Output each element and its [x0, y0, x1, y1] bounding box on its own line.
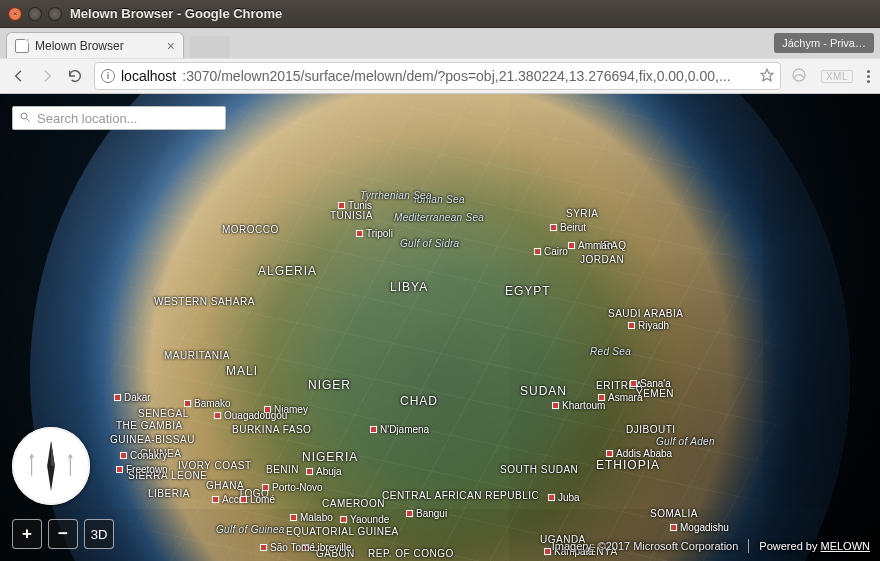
separator — [748, 539, 749, 553]
toolbar-right: XML — [791, 67, 870, 86]
window-buttons: × — [8, 7, 62, 21]
zoom-in-button[interactable]: + — [12, 519, 42, 549]
zoom-controls: + − 3D — [12, 519, 114, 549]
new-tab-button[interactable] — [190, 36, 230, 58]
tab-close-icon[interactable]: × — [167, 38, 175, 54]
window-minimize-button[interactable] — [28, 7, 42, 21]
search-box[interactable] — [12, 106, 226, 130]
reload-button[interactable] — [66, 67, 84, 85]
search-input[interactable] — [37, 111, 219, 126]
xml-badge-icon[interactable]: XML — [821, 70, 853, 83]
mode-3d-button[interactable]: 3D — [84, 519, 114, 549]
window-titlebar: × Melown Browser - Google Chrome — [0, 0, 880, 28]
compass-icon — [22, 437, 80, 495]
file-icon — [15, 39, 29, 53]
window-title: Melown Browser - Google Chrome — [70, 6, 282, 21]
tab-title: Melown Browser — [35, 39, 124, 53]
country-borders — [30, 94, 850, 561]
svg-line-3 — [27, 119, 30, 122]
melown-link[interactable]: MELOWN — [821, 540, 871, 552]
search-icon — [19, 109, 31, 127]
svg-marker-5 — [51, 441, 55, 466]
bookmark-star-icon[interactable] — [760, 68, 774, 85]
powered-by: Powered by MELOWN — [759, 540, 870, 552]
forward-button[interactable] — [38, 67, 56, 85]
site-info-icon[interactable]: i — [101, 69, 115, 83]
globe — [30, 94, 850, 561]
svg-point-2 — [21, 113, 27, 119]
address-bar[interactable]: i localhost:3070/melown2015/surface/melo… — [94, 62, 781, 90]
svg-marker-0 — [761, 69, 773, 81]
extension-icon[interactable] — [791, 67, 807, 86]
back-button[interactable] — [10, 67, 28, 85]
zoom-out-button[interactable]: − — [48, 519, 78, 549]
chrome-menu-button[interactable] — [867, 70, 870, 83]
attribution: Imagery: ©2017 Microsoft Corporation Pow… — [552, 539, 870, 553]
profile-chip[interactable]: Jáchym - Priva… — [774, 33, 874, 53]
imagery-credit: Imagery: ©2017 Microsoft Corporation — [552, 540, 739, 552]
browser-tabstrip: Melown Browser × Jáchym - Priva… — [0, 28, 880, 58]
compass[interactable] — [12, 427, 90, 505]
map-viewport[interactable]: ALGERIALIBYAEGYPTTUNISIASAUDI ARABIAIRAQ… — [0, 94, 880, 561]
browser-toolbar: i localhost:3070/melown2015/surface/melo… — [0, 58, 880, 94]
browser-tab[interactable]: Melown Browser × — [6, 32, 184, 58]
url-host: localhost — [121, 68, 176, 84]
window-maximize-button[interactable] — [48, 7, 62, 21]
url-path: :3070/melown2015/surface/melown/dem/?pos… — [182, 68, 730, 84]
window-close-button[interactable]: × — [8, 7, 22, 21]
